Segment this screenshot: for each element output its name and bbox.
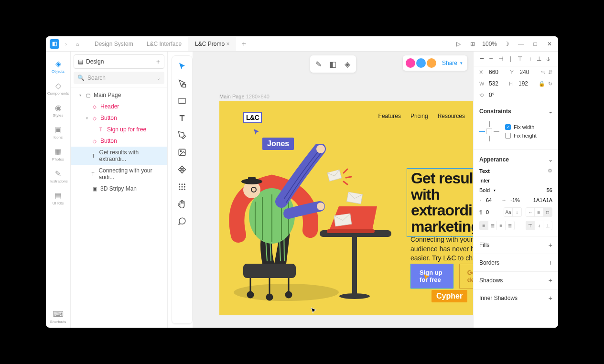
text-tool[interactable] (175, 111, 189, 125)
fills-section[interactable]: Fills+ (474, 236, 558, 254)
fix-width-checkbox[interactable]: ✓Fix width (505, 123, 537, 131)
nav-back[interactable]: › (61, 39, 71, 49)
layer-item[interactable]: TGet results with extraordi... (71, 147, 167, 165)
lock-icon[interactable]: 🔒 (539, 81, 545, 87)
layer-item[interactable]: ▣3D Stripy Man (71, 183, 167, 194)
tab[interactable]: Design System (88, 37, 140, 51)
svg-point-8 (182, 186, 183, 188)
zoom-level[interactable]: 100% (482, 41, 497, 47)
search-input[interactable]: 🔍 Search ⌄ (74, 72, 164, 84)
refresh-icon[interactable]: ↻ (548, 81, 552, 87)
flip-h-icon[interactable]: ⇋ (541, 69, 545, 75)
avatar[interactable] (405, 57, 416, 69)
minimize-icon[interactable]: — (516, 39, 526, 49)
pen-tool[interactable] (175, 128, 189, 142)
image-tool[interactable] (175, 146, 189, 159)
hand-tool[interactable] (175, 197, 189, 211)
add-icon: + (549, 259, 552, 267)
shadows-section[interactable]: Shadows+ (474, 271, 558, 289)
avatar[interactable] (426, 57, 437, 69)
distribute-icon[interactable]: ⫝ (544, 54, 553, 63)
component-tool[interactable] (175, 163, 189, 176)
letter-spacing-input[interactable]: -1% (510, 197, 520, 203)
settings-icon[interactable]: ⚙ (548, 168, 552, 174)
font-weight-input[interactable]: Bold (479, 187, 490, 193)
y-input[interactable]: 240 (520, 69, 539, 75)
rectangle-tool[interactable] (175, 94, 189, 107)
add-page-icon[interactable]: + (156, 58, 160, 65)
rail-ui kits[interactable]: ▤UI Kits (47, 187, 70, 209)
rail-components[interactable]: ◇Components (47, 77, 70, 99)
appearance-header[interactable]: Apperance⌄ (474, 153, 558, 166)
line-height-input[interactable]: 64 (486, 197, 492, 203)
design-frame[interactable]: L&C Features Pricing Resources Jones (219, 101, 473, 315)
svg-point-6 (184, 183, 185, 185)
align-icon[interactable]: ◈ (341, 57, 354, 71)
font-size-input[interactable]: 56 (547, 187, 552, 193)
rail-icons[interactable]: ▣Icons (47, 121, 70, 143)
font-family-input[interactable]: Inter (479, 178, 490, 183)
x-input[interactable]: 660 (489, 69, 507, 75)
fix-height-checkbox[interactable]: Fix height (505, 131, 537, 140)
apps-tool[interactable] (175, 180, 189, 193)
align-right-icon[interactable]: ⊣ (496, 54, 505, 63)
canvas[interactable]: ✎ ◧ ◈ Share ▾ Main Page 1280×840 L&C Fea… (193, 52, 473, 328)
rail-shortcuts[interactable]: ⌨ Shortcuts (47, 306, 70, 328)
boolean-icon[interactable]: ◧ (326, 57, 340, 71)
borders-section[interactable]: Borders+ (474, 254, 558, 271)
close-icon[interactable]: ✕ (545, 39, 554, 49)
rail-photos[interactable]: ▦Photos (47, 143, 70, 165)
play-icon[interactable]: ▷ (453, 39, 463, 49)
text-case[interactable]: Aa↓ (504, 207, 522, 217)
app-logo[interactable]: ◧ (50, 39, 59, 49)
color-hex[interactable]: 1A1A1A (533, 197, 552, 203)
rail-styles[interactable]: ◉Styles (47, 99, 70, 121)
svg-rect-0 (183, 85, 186, 87)
add-tab[interactable]: + (238, 40, 249, 48)
nav-link: Resources (438, 113, 465, 119)
layer-item[interactable]: ◇Button (71, 135, 167, 147)
search-icon: 🔍 (77, 75, 85, 81)
layer-item[interactable]: TSign up for free (71, 124, 167, 135)
flip-v-icon[interactable]: ⇵ (548, 69, 552, 75)
select-tool[interactable] (175, 60, 189, 73)
resize-mode[interactable]: ↔≡□ (526, 207, 552, 217)
svg-point-9 (184, 186, 185, 188)
layer-item[interactable]: TConnecting with your audi... (71, 165, 167, 183)
layer-item[interactable]: ◇Header (71, 101, 167, 112)
text-align-v[interactable]: ⊤⫞⊥ (526, 221, 552, 230)
design-dropdown[interactable]: ▤ Design + (74, 54, 164, 69)
constraint-widget[interactable] (479, 121, 499, 141)
rail-illustrations[interactable]: ✎Illustrations (47, 165, 70, 187)
align-left-icon[interactable]: ⊢ (477, 54, 486, 63)
align-bottom-icon[interactable]: ⊥ (535, 54, 543, 63)
svg-point-19 (286, 292, 291, 298)
tab[interactable]: L&C Interface (140, 37, 188, 51)
inner-shadows-section[interactable]: Inner Shadows+ (474, 289, 558, 307)
align-center-h-icon[interactable]: ⫟ (487, 54, 496, 63)
align-center-v-icon[interactable]: ⫞ (525, 54, 534, 63)
home-icon[interactable]: ⌂ (73, 39, 82, 49)
maximize-icon[interactable]: □ (530, 39, 540, 49)
layer-item[interactable]: ▾◇Button (71, 112, 167, 124)
frame-tool[interactable] (175, 77, 189, 90)
rotation-input[interactable]: 0° (489, 92, 552, 98)
paragraph-input[interactable]: 0 (486, 209, 489, 215)
comment-tool[interactable] (175, 214, 189, 228)
grid-icon[interactable]: ⊞ (468, 39, 477, 49)
edit-icon[interactable]: ✎ (312, 57, 325, 71)
avatar[interactable] (415, 57, 427, 69)
filter-icon[interactable]: ⌄ (157, 75, 161, 81)
w-input[interactable]: 532 (489, 80, 506, 87)
align-top-icon[interactable]: ⊤ (516, 54, 524, 63)
layer-item[interactable]: ▾▢Main Page (71, 89, 167, 101)
theme-icon[interactable]: ☽ (502, 39, 511, 49)
site-nav: Features Pricing Resources (378, 113, 465, 119)
rail-objects[interactable]: ◈Objects (47, 55, 70, 77)
text-align-h[interactable]: ≡≣≡≣ (479, 221, 515, 230)
selected-text-layer[interactable]: Get results with extraordinary marketing (407, 168, 473, 237)
tab[interactable]: L&C Promo × (188, 37, 236, 51)
h-input[interactable]: 192 (518, 80, 536, 87)
constraints-header[interactable]: Constraints⌄ (474, 105, 558, 118)
share-button[interactable]: Share (442, 60, 457, 66)
